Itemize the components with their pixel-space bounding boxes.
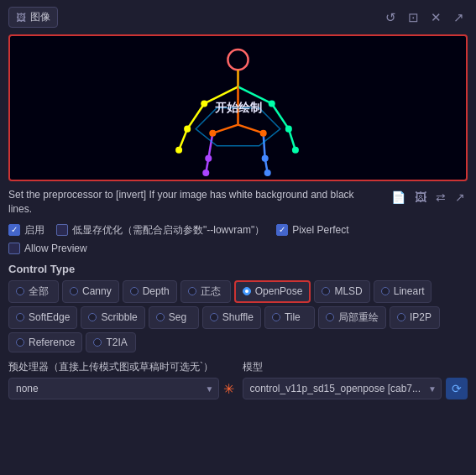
svg-line-6 — [272, 103, 289, 128]
swap-icon[interactable]: ⇄ — [433, 190, 448, 205]
ctrl-normal[interactable]: 正态 — [180, 280, 231, 303]
ctrl-canny-radio — [70, 287, 78, 295]
image-label-button[interactable]: 🖼 图像 — [8, 7, 58, 28]
preprocessor-select-wrapper: none openpose openpose_face openpose_fac… — [8, 378, 219, 399]
control-row-2: SoftEdge Scribble Seg Shuffle Tile 局部重绘 — [8, 306, 468, 329]
ctrl-tile-radio — [272, 313, 280, 321]
ctrl-seg-radio — [156, 313, 165, 321]
svg-line-10 — [238, 125, 264, 133]
low-vram-cb-box[interactable] — [56, 224, 68, 236]
svg-line-9 — [212, 125, 238, 133]
allow-preview-checkbox[interactable]: Allow Preview — [8, 243, 87, 254]
allow-preview-label: Allow Preview — [24, 243, 87, 254]
ctrl-depth[interactable]: Depth — [123, 280, 177, 303]
control-row-3: Reference T2IA — [8, 332, 468, 352]
upload-doc-icon[interactable]: 📄 — [389, 190, 408, 205]
expand-icon[interactable]: ↗ — [450, 8, 468, 27]
ctrl-shuffle[interactable]: Shuffle — [202, 306, 261, 329]
svg-line-2 — [204, 86, 238, 103]
preprocessor-label: 预处理器（直接上传模式图或草稿时可选无`） — [8, 361, 234, 374]
svg-point-25 — [202, 170, 209, 176]
low-vram-label: 低显存优化（需配合启动参数"--lowvram"） — [72, 223, 264, 238]
fire-icon: ✳ — [223, 381, 234, 397]
svg-line-3 — [238, 86, 272, 103]
svg-point-15 — [201, 100, 207, 107]
ctrl-shuffle-radio — [210, 313, 218, 321]
preprocessor-col: 预处理器（直接上传模式图或草稿时可选无`） none openpose open… — [8, 361, 234, 400]
ctrl-t2ia-radio — [93, 338, 102, 347]
control-type-title: Control Type — [8, 263, 468, 275]
svg-point-16 — [269, 100, 275, 107]
fullscreen-icon[interactable]: ⊡ — [405, 8, 422, 27]
ctrl-softedge[interactable]: SoftEdge — [8, 306, 77, 329]
ctrl-openpose[interactable]: OpenPose — [234, 280, 311, 303]
ctrl-softedge-radio — [16, 313, 24, 321]
ctrl-local-redraw-radio — [326, 313, 334, 321]
model-select-row: control_v11p_sd15_openpose [cab7...] ▼ ⟳ — [243, 378, 468, 399]
ctrl-ip2p-radio — [397, 313, 405, 321]
ctrl-lineart[interactable]: Lineart — [374, 280, 432, 303]
svg-point-23 — [205, 155, 212, 162]
preprocessor-select-row: none openpose openpose_face openpose_fac… — [8, 378, 234, 399]
ctrl-tile[interactable]: Tile — [264, 306, 315, 329]
open-icon[interactable]: ↗ — [452, 190, 468, 205]
upload-image-icon[interactable]: 🖼 — [412, 190, 429, 205]
enable-cb-box[interactable] — [8, 224, 20, 236]
svg-line-11 — [208, 133, 212, 159]
ctrl-normal-radio — [188, 287, 196, 295]
svg-point-17 — [184, 126, 191, 133]
ctrl-mlsd[interactable]: MLSD — [314, 280, 369, 303]
info-text: Set the preprocessor to [invert] If your… — [8, 188, 384, 217]
svg-point-21 — [209, 130, 216, 137]
ctrl-scribble[interactable]: Scribble — [81, 306, 144, 329]
ctrl-all[interactable]: 全部 — [8, 280, 59, 303]
pixel-perfect-checkbox[interactable]: Pixel Perfect — [276, 224, 348, 236]
model-refresh-button[interactable]: ⟳ — [446, 378, 468, 399]
reset-icon[interactable]: ↺ — [382, 8, 400, 27]
pose-svg — [10, 36, 466, 180]
preprocessor-select[interactable]: none openpose openpose_face openpose_fac… — [8, 378, 219, 399]
ctrl-canny[interactable]: Canny — [62, 280, 119, 303]
close-icon[interactable]: ✕ — [427, 8, 445, 27]
svg-line-5 — [179, 129, 187, 150]
ctrl-scribble-radio — [88, 313, 97, 321]
pixel-perfect-cb-box[interactable] — [276, 224, 288, 236]
ctrl-reference-radio — [16, 338, 24, 347]
ctrl-lineart-radio — [381, 287, 390, 295]
info-row: Set the preprocessor to [invert] If your… — [8, 188, 468, 217]
svg-point-19 — [175, 147, 182, 154]
low-vram-checkbox[interactable]: 低显存优化（需配合启动参数"--lowvram"） — [56, 223, 264, 238]
allow-preview-row: Allow Preview — [8, 243, 468, 254]
svg-point-20 — [292, 147, 299, 154]
preprocessor-model-row: 预处理器（直接上传模式图或草稿时可选无`） none openpose open… — [8, 361, 468, 400]
top-icons: ↺ ⊡ ✕ ↗ — [382, 8, 468, 27]
ctrl-seg[interactable]: Seg — [149, 306, 199, 329]
svg-point-0 — [228, 50, 248, 70]
model-select-wrapper: control_v11p_sd15_openpose [cab7...] ▼ — [243, 378, 442, 399]
model-col: 模型 control_v11p_sd15_openpose [cab7...] … — [243, 361, 468, 400]
model-label: 模型 — [243, 361, 468, 374]
top-bar: 🖼 图像 ↺ ⊡ ✕ ↗ — [8, 7, 468, 28]
ctrl-mlsd-radio — [322, 287, 330, 295]
allow-preview-cb-box[interactable] — [8, 243, 20, 254]
info-icons: 📄 🖼 ⇄ ↗ — [389, 190, 468, 205]
ctrl-all-radio — [16, 287, 24, 295]
image-icon: 🖼 — [16, 12, 26, 23]
ctrl-reference[interactable]: Reference — [8, 332, 82, 352]
canvas-area[interactable]: 开始绘制 — [8, 34, 468, 181]
image-label-text: 图像 — [30, 10, 50, 24]
ctrl-ip2p[interactable]: IP2P — [390, 306, 440, 329]
svg-line-13 — [264, 133, 265, 159]
main-container: 🖼 图像 ↺ ⊡ ✕ ↗ — [0, 0, 476, 475]
enable-checkbox[interactable]: 启用 — [8, 223, 44, 238]
pixel-perfect-label: Pixel Perfect — [292, 224, 348, 236]
svg-line-4 — [187, 103, 204, 128]
ctrl-openpose-radio — [243, 287, 251, 295]
svg-point-26 — [264, 170, 271, 176]
enable-label: 启用 — [24, 223, 44, 238]
model-select[interactable]: control_v11p_sd15_openpose [cab7...] — [243, 378, 442, 399]
svg-point-22 — [260, 130, 267, 137]
svg-point-18 — [285, 126, 292, 133]
ctrl-local-redraw[interactable]: 局部重绘 — [318, 306, 386, 329]
ctrl-t2ia[interactable]: T2IA — [86, 332, 136, 352]
